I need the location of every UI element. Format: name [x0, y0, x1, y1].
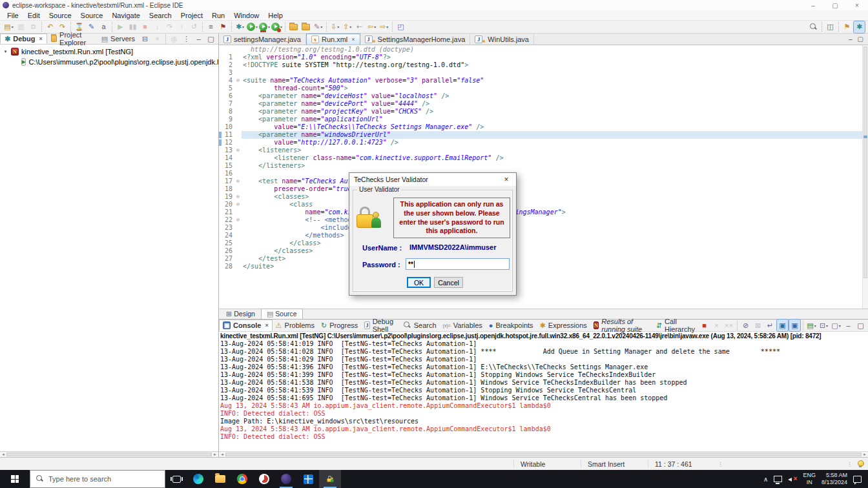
open-console-dropdown-icon[interactable]: ▾ [814, 323, 816, 328]
page-tab-source[interactable]: ▤Source [261, 309, 303, 319]
editor-tab-run-xml[interactable]: xRun.xml× [306, 34, 360, 45]
notification-center-icon[interactable] [853, 476, 862, 483]
view-tab-servers[interactable]: ▤Servers [98, 34, 139, 44]
network-icon[interactable] [774, 476, 782, 482]
menu-file[interactable]: File [3, 12, 23, 19]
close-button[interactable]: × [846, 0, 868, 10]
next-annotation-button[interactable]: ⇩▾ [329, 21, 340, 33]
forward-button[interactable]: ⇨▾ [378, 21, 389, 33]
taskbar-chrome-button[interactable] [231, 470, 253, 488]
code-line-10[interactable]: 10 value="E:\\TeChecks\\TeChecks Setting… [219, 123, 868, 131]
previous-annotation-button[interactable]: ⇧▾ [342, 21, 353, 33]
scroll-left-icon[interactable]: ◄ [219, 452, 225, 457]
collapse-all-button[interactable]: ⊟ [140, 33, 150, 45]
new-dropdown-icon[interactable]: ▾ [12, 25, 14, 29]
console-tab-expressions[interactable]: ✱Expressions [537, 320, 590, 331]
cancel-button[interactable]: Cancel [434, 277, 463, 288]
step-filters-button[interactable]: ≡ [205, 21, 216, 33]
display-selected-console-button[interactable]: ⊡▾ [818, 320, 829, 331]
menu-edit[interactable]: Edit [23, 12, 45, 19]
console-tab-search[interactable]: Search [400, 320, 440, 331]
close-console-icon[interactable]: × [265, 322, 268, 329]
tray-expand-icon[interactable]: ∧ [763, 476, 768, 483]
clear-console-button[interactable]: ⊘ [740, 320, 751, 331]
view-tab-project-explorer[interactable]: Project Explorer [47, 34, 98, 44]
menu-help[interactable]: Help [264, 12, 287, 19]
code-line-19[interactable]: 19⊖ <classes> [219, 193, 868, 201]
minimize-button[interactable]: – [802, 0, 824, 10]
close-debug-icon[interactable]: × [39, 36, 42, 42]
profile-button[interactable]: ▾ [271, 21, 282, 33]
vscroll-thumb[interactable] [863, 46, 867, 278]
console-tab-breakpoints[interactable]: ●Breakpoints [486, 320, 537, 331]
external-tools-button[interactable]: ✎▾ [313, 21, 324, 33]
ok-button[interactable]: OK [407, 277, 431, 288]
menu-source[interactable]: Source [45, 12, 76, 19]
tips-bulb-icon[interactable] [858, 460, 863, 467]
menu-window[interactable]: Window [229, 12, 264, 19]
view-menu-button[interactable]: ⋮ [181, 33, 192, 45]
code-line-1[interactable]: 1<?xml version="1.0" encoding="UTF-8"?> [219, 54, 868, 61]
undo-button[interactable]: ↶ [45, 21, 56, 33]
forward-dropdown-icon[interactable]: ▾ [386, 25, 388, 29]
external-tools-dropdown-icon[interactable]: ▾ [320, 25, 322, 29]
taskbar-techecks-validator-button[interactable] [319, 470, 341, 488]
tree-item[interactable]: ▶C:\Users\immuser\.p2\pool\plugins\org.e… [0, 57, 218, 67]
code-line-15[interactable]: 15 </listeners> [219, 162, 868, 170]
coverage-dropdown-icon[interactable]: ▾ [268, 25, 270, 29]
scroll-thumb[interactable] [225, 452, 862, 456]
code-line-22[interactable]: 22⊖ <!-- <methods> [219, 216, 868, 224]
search-button[interactable] [808, 21, 819, 33]
debug-button[interactable]: ✱▾ [234, 21, 245, 33]
menu-project[interactable]: Project [176, 12, 207, 19]
console-hscrollbar[interactable]: ◄ ► [219, 451, 868, 457]
show-console-on-output-button[interactable]: ▣ [789, 320, 800, 331]
new-button[interactable]: ▤▾ [3, 21, 14, 33]
open-type-button[interactable]: a [98, 21, 109, 33]
editor-tab-settingsmanagerhome-java[interactable]: JSettingsManagerHome.java [360, 34, 471, 45]
fold-collapse-icon[interactable]: ⊖ [234, 77, 242, 85]
profile-dropdown-icon[interactable]: ▾ [280, 25, 282, 29]
maximize-button[interactable]: ▢ [855, 320, 866, 331]
minimize-button[interactable]: – [193, 33, 204, 45]
debug-perspective-button[interactable]: ✱ [854, 21, 865, 33]
code-line-5[interactable]: 5 thread-count="500"> [219, 85, 868, 92]
taskbar-task-view-button[interactable] [165, 470, 187, 488]
code-line-18[interactable]: 18 preserve-order="true"> [219, 185, 868, 193]
volume-muted-icon[interactable] [788, 476, 797, 483]
maximize-button[interactable]: ▢ [205, 33, 216, 45]
code-line-25[interactable]: 25 </class> [219, 239, 868, 247]
scroll-left-icon[interactable]: ◄ [0, 452, 6, 457]
menu-source-2[interactable]: Source [76, 12, 108, 19]
pin-console-button[interactable]: ▣ [777, 320, 788, 331]
code-line-27[interactable]: 27 </test> [219, 255, 868, 263]
code-line-11[interactable]: 11 <parameter name="windowsDriverUrl" [219, 131, 868, 139]
fold-collapse-icon[interactable]: ⊖ [234, 193, 242, 201]
maximize-editor-icon[interactable]: ▢ [858, 36, 863, 43]
editor-vscrollbar[interactable] [862, 45, 868, 309]
open-console-button[interactable]: ▤▾ [806, 320, 817, 331]
previous-annotation-dropdown-icon[interactable]: ▾ [349, 25, 351, 29]
code-line-17[interactable]: 17⊖ <test name="TeChecks Automation-1" [219, 178, 868, 185]
scroll-right-icon[interactable]: ► [862, 452, 868, 457]
taskbar-app-red-button[interactable] [253, 470, 275, 488]
restore-button[interactable]: ▢ [824, 0, 846, 10]
code-line-4[interactable]: 4⊖<suite name="TeChecks Automation" verb… [219, 77, 868, 85]
menu-run[interactable]: Run [207, 12, 229, 19]
editor-tab-winutils-java[interactable]: JWinUtils.java [470, 34, 534, 45]
console-log-output[interactable]: 13-Aug-2024 05:58:41:019 INFO [TestNG-te… [219, 340, 868, 451]
taskbar-edge-button[interactable] [187, 470, 209, 488]
taskbar-file-explorer-button[interactable] [209, 470, 231, 488]
open-resource-button[interactable] [288, 21, 299, 33]
code-line-28[interactable]: 28</suite> [219, 263, 868, 270]
taskbar-eclipse-button[interactable] [275, 470, 297, 488]
open-perspective-button[interactable]: ◫ [825, 21, 836, 33]
code-line-12[interactable]: 12 value="http://127.0.0.1:4723" /> [219, 139, 868, 147]
open-project-button[interactable] [300, 21, 311, 33]
console-tab-debug-shell[interactable]: JDebug Shell [361, 320, 400, 331]
view-tab-debug[interactable]: ✱Debug× [0, 34, 47, 44]
console-tab-problems[interactable]: ⚠Problems [273, 320, 318, 331]
fold-collapse-icon[interactable]: ⊖ [234, 201, 242, 208]
start-button[interactable] [0, 470, 30, 488]
back-button[interactable]: ⇦▾ [366, 21, 377, 33]
